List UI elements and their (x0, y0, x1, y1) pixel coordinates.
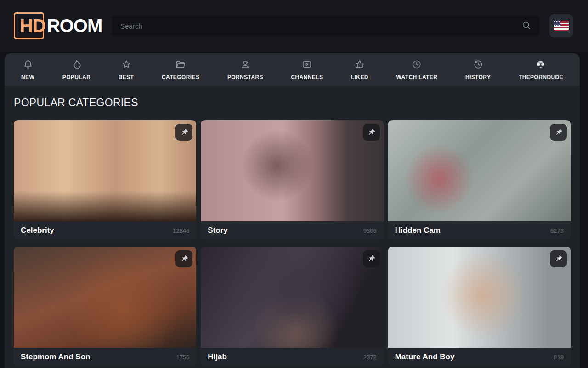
category-title: Stepmom And Son (21, 352, 90, 362)
category-thumbnail[interactable] (388, 247, 571, 348)
category-thumbnail[interactable] (14, 247, 196, 348)
us-flag-icon (554, 21, 569, 31)
nav-item-history[interactable]: HISTORY (464, 57, 492, 82)
nav-label: THEPORNDUDE (519, 74, 563, 80)
category-card-hijab[interactable]: Hijab 2372 (201, 247, 383, 366)
nav-label: BEST (119, 74, 134, 80)
search-button[interactable] (516, 15, 537, 36)
nav-item-channels[interactable]: CHANNELS (290, 57, 324, 82)
nav-label: CATEGORIES (162, 74, 199, 80)
nav-item-categories[interactable]: CATEGORIES (161, 57, 200, 82)
site-logo[interactable]: HD ROOM (14, 12, 102, 39)
logo-text-hd: HD (20, 16, 45, 36)
category-title: Mature And Boy (395, 352, 455, 362)
search-input[interactable] (112, 15, 539, 36)
card-footer: Hidden Cam 6273 (388, 221, 571, 240)
category-count: 2372 (363, 354, 377, 361)
category-card-mature-and-boy[interactable]: Mature And Boy 819 (388, 247, 571, 366)
logo-text-room: ROOM (47, 17, 102, 35)
nav-item-new[interactable]: NEW (20, 57, 35, 82)
flame-icon (70, 58, 82, 70)
star-icon (120, 58, 132, 70)
category-title: Story (208, 226, 227, 235)
category-title: Hidden Cam (395, 226, 441, 235)
pin-button[interactable] (175, 124, 192, 141)
history-icon (472, 58, 484, 70)
pin-button[interactable] (363, 250, 380, 267)
category-title: Hijab (208, 352, 227, 362)
category-count: 819 (554, 354, 564, 361)
clock-icon (411, 58, 423, 70)
category-card-story[interactable]: Story 9306 (201, 120, 383, 240)
category-thumbnail[interactable] (14, 120, 196, 221)
header: HD ROOM (0, 0, 588, 52)
main-panel: NEW POPULAR BEST CATEGORIES PORNSTARS CH… (5, 53, 580, 368)
folder-icon (175, 58, 187, 70)
nav-item-popular[interactable]: POPULAR (62, 57, 91, 82)
thumbs-up-icon (354, 58, 366, 70)
main-navigation: NEW POPULAR BEST CATEGORIES PORNSTARS CH… (5, 53, 580, 86)
nav-label: PORNSTARS (227, 74, 263, 80)
nav-item-pornstars[interactable]: PORNSTARS (226, 57, 264, 82)
category-count: 12846 (173, 227, 189, 234)
category-thumbnail[interactable] (201, 247, 383, 348)
category-card-celebrity[interactable]: Celebrity 12846 (14, 120, 196, 240)
category-title: Celebrity (21, 226, 54, 235)
nav-item-watch-later[interactable]: WATCH LATER (395, 57, 438, 82)
card-footer: Celebrity 12846 (14, 221, 196, 240)
page-title: POPULAR CATEGORIES (14, 97, 571, 109)
logo-bracket: HD (14, 12, 44, 39)
nav-label: WATCH LATER (396, 74, 437, 80)
category-count: 1756 (176, 354, 189, 361)
porndude-icon (535, 58, 547, 70)
nav-label: NEW (21, 74, 34, 80)
nav-label: LIKED (351, 74, 368, 80)
card-footer: Hijab 2372 (201, 348, 383, 366)
category-count: 9306 (363, 227, 377, 234)
nav-item-best[interactable]: BEST (118, 57, 135, 82)
card-footer: Story 9306 (201, 221, 383, 240)
person-icon (239, 58, 251, 70)
search-icon (521, 20, 531, 32)
play-icon (301, 58, 313, 70)
search-bar (112, 15, 539, 36)
card-footer: Mature And Boy 819 (388, 348, 571, 366)
pin-button[interactable] (550, 250, 567, 267)
category-card-hidden-cam[interactable]: Hidden Cam 6273 (388, 120, 571, 240)
pin-button[interactable] (175, 250, 192, 267)
pin-button[interactable] (550, 124, 567, 141)
nav-item-liked[interactable]: LIKED (350, 57, 369, 82)
card-footer: Stepmom And Son 1756 (14, 348, 196, 366)
nav-label: HISTORY (465, 74, 491, 80)
pin-button[interactable] (363, 124, 380, 141)
category-count: 6273 (550, 227, 564, 234)
content-area: POPULAR CATEGORIES Celebrity 12846 Story… (5, 86, 580, 366)
language-button[interactable] (549, 14, 573, 37)
category-thumbnail[interactable] (388, 120, 571, 221)
category-thumbnail[interactable] (201, 120, 383, 221)
nav-label: POPULAR (62, 74, 90, 80)
nav-item-theporndude[interactable]: THEPORNDUDE (518, 57, 564, 82)
category-grid: Celebrity 12846 Story 9306 Hidden Ca (14, 120, 571, 366)
nav-label: CHANNELS (291, 74, 323, 80)
category-card-stepmom-and-son[interactable]: Stepmom And Son 1756 (14, 247, 196, 366)
bell-icon (22, 58, 34, 70)
